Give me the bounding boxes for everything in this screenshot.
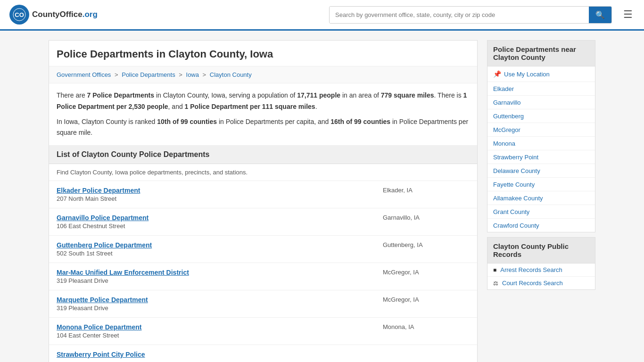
breadcrumb: Government Offices > Police Departments … xyxy=(49,66,477,83)
dept-info-6: Strawberry Point City Police xyxy=(57,351,470,358)
sidebar-public-records-header: Clayton County Public Records xyxy=(487,238,595,263)
breadcrumb-sep-3: > xyxy=(203,71,208,78)
sidebar-item-delaware-county[interactable]: Delaware County xyxy=(487,164,595,178)
breadcrumb-gov-offices[interactable]: Government Offices xyxy=(57,71,111,78)
sidebar-item-mcgregor[interactable]: McGregor xyxy=(487,123,595,137)
sidebar-item-garnavillo[interactable]: Garnavillo xyxy=(487,96,595,109)
sidebar-court-records[interactable]: ⚖ Court Records Search xyxy=(487,277,595,289)
per-people: 2,530 xyxy=(129,103,145,110)
sidebar-nearby-section: Police Departments near Clayton County 📌… xyxy=(487,40,595,232)
sidebar-arrest-records[interactable]: ■ Arrest Records Search xyxy=(487,263,595,277)
search-button[interactable]: 🔍 xyxy=(589,7,611,23)
site-header: CO CountyOffice.org 🔍 ☰ xyxy=(0,0,644,31)
sidebar-use-location[interactable]: 📌 Use My Location xyxy=(487,66,595,82)
rank-capita: 10th of 99 counties xyxy=(157,118,217,125)
sidebar-nearby-header: Police Departments near Clayton County xyxy=(487,41,595,66)
dept-city-3: McGregor, IA xyxy=(375,269,470,276)
dept-info-3: Mar-Mac Unified Law Enforcement District… xyxy=(57,269,375,284)
dept-item-5: Monona Police Department 104 East Center… xyxy=(49,318,477,345)
breadcrumb-sep-1: > xyxy=(115,71,120,78)
menu-button[interactable]: ☰ xyxy=(621,7,635,23)
dept-info-5: Monona Police Department 104 East Center… xyxy=(57,323,375,339)
area: 779 xyxy=(381,91,392,99)
dept-name-4[interactable]: Marquette Police Department xyxy=(57,296,375,304)
dept-label: Police Departments xyxy=(92,91,154,99)
logo-text: CountyOffice.org xyxy=(32,10,98,19)
dept-city-2: Guttenberg, IA xyxy=(375,241,470,248)
dept-info-0: Elkader Police Department 207 North Main… xyxy=(57,187,375,202)
search-input[interactable] xyxy=(330,7,589,23)
population: 17,711 xyxy=(297,91,317,99)
court-records-icon: ⚖ xyxy=(493,280,498,287)
dept-city-4: McGregor, IA xyxy=(375,296,470,303)
dept-info-2: Guttenberg Police Department 502 South 1… xyxy=(57,241,375,257)
dept-name-6[interactable]: Strawberry Point City Police xyxy=(57,351,470,358)
search-icon: 🔍 xyxy=(595,11,605,19)
dept-city-1: Garnavillo, IA xyxy=(375,214,470,221)
sidebar-item-elkader[interactable]: Elkader xyxy=(487,82,595,96)
sidebar-item-allamakee-county[interactable]: Allamakee County xyxy=(487,191,595,205)
dept-info-1: Garnavillo Police Department 106 East Ch… xyxy=(57,214,375,230)
dept-city-5: Monona, IA xyxy=(375,323,470,330)
dept-item-0: Elkader Police Department 207 North Main… xyxy=(49,181,477,208)
page-title: Police Departments in Clayton County, Io… xyxy=(49,41,477,66)
sidebar-item-guttenberg[interactable]: Guttenberg xyxy=(487,109,595,123)
dept-address-5: 104 East Center Street xyxy=(57,332,375,339)
dept-address-0: 207 North Main Street xyxy=(57,195,375,202)
dept-name-1[interactable]: Garnavillo Police Department xyxy=(57,214,375,222)
rank-miles: 16th of 99 counties xyxy=(330,118,390,125)
sidebar-item-crawford-county[interactable]: Crawford County xyxy=(487,219,595,232)
sidebar: Police Departments near Clayton County 📌… xyxy=(487,40,595,362)
main-content: Police Departments in Clayton County, Io… xyxy=(49,40,478,362)
dept-item-4: Marquette Police Department 319 Pleasant… xyxy=(49,290,477,318)
arrest-records-icon: ■ xyxy=(493,267,496,273)
sidebar-item-strawberry-point[interactable]: Strawberry Point xyxy=(487,150,595,164)
breadcrumb-sep-2: > xyxy=(179,71,184,78)
dept-address-2: 502 South 1st Street xyxy=(57,250,375,257)
summary-text: There are 7 Police Departments in Clayto… xyxy=(49,83,477,146)
dept-name-2[interactable]: Guttenberg Police Department xyxy=(57,241,375,249)
dept-name-5[interactable]: Monona Police Department xyxy=(57,323,375,331)
site-logo[interactable]: CO CountyOffice.org xyxy=(9,5,98,25)
svg-text:CO: CO xyxy=(15,11,24,18)
search-bar: 🔍 xyxy=(329,6,612,24)
sidebar-item-grant-county[interactable]: Grant County xyxy=(487,205,595,219)
use-location-link[interactable]: Use My Location xyxy=(504,71,550,78)
dept-count: 7 xyxy=(87,91,91,99)
sidebar-public-records-section: Clayton County Public Records ■ Arrest R… xyxy=(487,237,595,290)
dept-item-6: Strawberry Point City Police xyxy=(49,345,477,362)
breadcrumb-county[interactable]: Clayton County xyxy=(210,71,252,78)
breadcrumb-iowa[interactable]: Iowa xyxy=(186,71,199,78)
breadcrumb-police-depts[interactable]: Police Departments xyxy=(122,71,175,78)
hamburger-icon: ☰ xyxy=(623,8,633,20)
dept-item-2: Guttenberg Police Department 502 South 1… xyxy=(49,236,477,263)
sidebar-item-monona[interactable]: Monona xyxy=(487,137,595,150)
dept-name-0[interactable]: Elkader Police Department xyxy=(57,187,375,194)
dept-address-3: 319 Pleasant Drive xyxy=(57,277,375,284)
list-subtext: Find Clayton County, Iowa police departm… xyxy=(49,164,477,181)
dept-item-3: Mar-Mac Unified Law Enforcement District… xyxy=(49,263,477,290)
per-miles: 111 xyxy=(262,103,273,110)
dept-city-0: Elkader, IA xyxy=(375,187,470,194)
dept-address-4: 319 Pleasant Drive xyxy=(57,304,375,312)
county-name: Clayton County, Iowa xyxy=(163,91,225,99)
logo-icon: CO xyxy=(9,5,29,25)
dept-name-3[interactable]: Mar-Mac Unified Law Enforcement District xyxy=(57,269,375,276)
dept-info-4: Marquette Police Department 319 Pleasant… xyxy=(57,296,375,312)
list-header: List of Clayton County Police Department… xyxy=(49,146,477,164)
dept-address-1: 106 East Chestnut Street xyxy=(57,222,375,230)
dept-item-1: Garnavillo Police Department 106 East Ch… xyxy=(49,208,477,236)
sidebar-item-fayette-county[interactable]: Fayette County xyxy=(487,178,595,191)
content-wrapper: Police Departments in Clayton County, Io… xyxy=(39,31,605,362)
pin-icon: 📌 xyxy=(493,70,501,78)
